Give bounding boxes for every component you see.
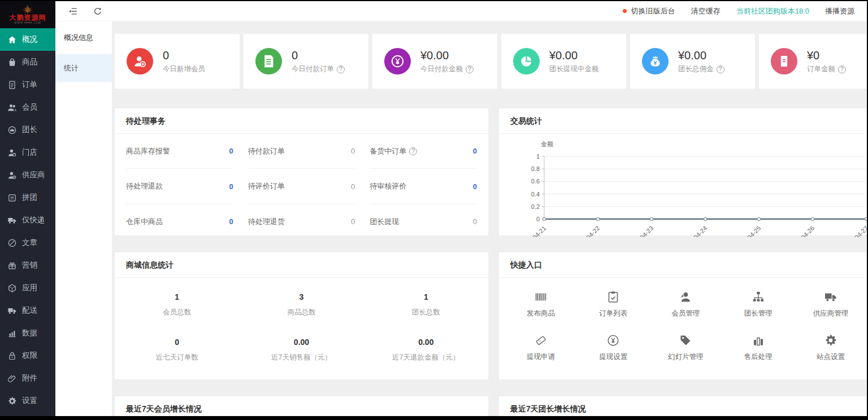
truck-icon — [824, 290, 837, 304]
mall-stats-row: 0近七天订单数0.00近7天销售额（元）0.00近7天退款金额（元） — [115, 323, 488, 368]
help-icon[interactable]: ? — [466, 65, 474, 73]
mall-stat-label: 近7天销售额（元） — [239, 353, 363, 362]
sidebar-item-data[interactable]: 数据 — [0, 322, 55, 344]
quick-entry-panel: 快捷入口 发布商品订单列表会员管理团长管理供应商管理提现申请提现设置幻灯片管理售… — [499, 252, 867, 379]
mall-stat-label: 会员总数 — [115, 308, 239, 317]
mall-stat-value: 0.00 — [239, 338, 363, 347]
stat-card-label: 团长总佣金? — [678, 64, 724, 74]
user-icon — [679, 290, 692, 304]
sidebar-item-marketing[interactable]: 营销 — [0, 254, 55, 277]
sidebar-item-label: 文章 — [22, 238, 37, 248]
sidebar-item-delivery[interactable]: 配送 — [0, 299, 55, 322]
help-icon[interactable]: ? — [409, 147, 417, 155]
svg-text:04-22: 04-22 — [585, 225, 601, 237]
sidebar-item-orders[interactable]: 订单 — [0, 73, 55, 96]
stat-card-leader-total-commission: ¥0.00团长总佣金? — [630, 34, 755, 89]
quick-entry-aftersale[interactable]: 售后处理 — [722, 334, 795, 362]
sidebar-item-label: 权限 — [22, 351, 37, 361]
help-icon[interactable]: ? — [717, 65, 724, 73]
yenCircle-icon — [606, 334, 620, 347]
refresh-icon[interactable] — [93, 6, 103, 16]
quick-entry-label: 提现申请 — [527, 352, 555, 362]
sidebar-item-label: 团长 — [22, 125, 37, 135]
quick-entry-publish-goods[interactable]: 发布商品 — [505, 290, 577, 318]
quick-entry-member-mgmt[interactable]: 会员管理 — [649, 290, 722, 318]
pending-item-value[interactable]: 0 — [229, 182, 233, 191]
pending-item-label: 商品库存报警 — [126, 146, 170, 156]
quick-entry-leader-mgmt[interactable]: 团长管理 — [722, 290, 795, 318]
quick-entry-label: 站点设置 — [817, 352, 845, 362]
sidebar-item-attachments[interactable]: 附件 — [0, 367, 55, 390]
svg-text:04-27: 04-27 — [853, 225, 867, 237]
sidebar-item-members[interactable]: 会员 — [0, 96, 55, 119]
sitemap-icon — [752, 290, 765, 304]
stat-card-today-paid-amount: ¥0.00今日付款金额? — [372, 34, 497, 89]
sidebar-item-statistics[interactable]: 统计 — [55, 55, 112, 82]
topbar-link-switch-old-admin[interactable]: 切换旧版后台 — [623, 6, 675, 16]
panel-title: 最近7天团长增长情况 — [499, 396, 867, 416]
sidebar-item-permissions[interactable]: 权限 — [0, 344, 55, 367]
pending-item-value[interactable]: 0 — [229, 217, 233, 226]
topbar: 切换旧版后台清空缓存当前社区团购版本18.0播播资源 — [55, 1, 867, 21]
store-icon — [7, 148, 17, 158]
pending-item-label: 备货中订单? — [370, 146, 417, 156]
help-icon[interactable]: ? — [337, 65, 345, 73]
sidebar-item-label: 概况 — [22, 34, 37, 45]
sidebar-item-express-only[interactable]: 仅快递 — [0, 209, 55, 231]
tag-icon — [679, 334, 692, 347]
quick-entry-label: 幻灯片管理 — [668, 352, 704, 362]
main-content: 0今日新增会员0今日付款订单?¥0.00今日付款金额?¥0.00团长提现中金额¥… — [112, 21, 867, 416]
quick-entry-slideshow-mgmt[interactable]: 幻灯片管理 — [649, 334, 722, 362]
bars-icon — [752, 334, 765, 347]
sidebar-item-leaders[interactable]: 团长 — [0, 119, 55, 141]
logo-title: 大鹏资源网 — [10, 14, 46, 21]
clipboard-icon — [606, 290, 620, 304]
mall-stat: 3商品总数 — [239, 292, 363, 317]
pending-item: 团长提现0 — [370, 204, 477, 239]
pending-item-value: 0 — [351, 182, 355, 191]
stat-card-label: 团长提现中金额 — [549, 64, 599, 74]
quick-entry-withdraw-settings[interactable]: 提现设置 — [577, 334, 649, 362]
stat-cards-row: 0今日新增会员0今日付款订单?¥0.00今日付款金额?¥0.00团长提现中金额¥… — [115, 34, 867, 89]
topbar-tools — [68, 6, 103, 16]
sidebar-item-articles[interactable]: 文章 — [0, 231, 55, 254]
sidebar-item-label: 附件 — [22, 373, 37, 383]
pending-item-value[interactable]: 0 — [473, 182, 477, 191]
pending-item-label: 待评价订单 — [248, 181, 285, 191]
sidebar-item-groupbuy[interactable]: 拼拼团 — [0, 186, 55, 209]
topbar-link-clear-cache[interactable]: 清空缓存 — [691, 6, 721, 16]
memberAdd-icon — [132, 54, 147, 69]
pending-item-value[interactable]: 0 — [229, 147, 233, 155]
panel-member-growth-7d: 最近7天会员增长情况 — [115, 396, 488, 416]
pending-item-value[interactable]: 0 — [473, 147, 477, 155]
quick-entry-withdraw-apply[interactable]: 提现申请 — [505, 334, 577, 362]
sidebar-item-stores[interactable]: 门店 — [0, 141, 55, 164]
row-pending-chart: 待处理事务 商品库存报警0待付款订单0备货中订单?0待处理退款0待评价订单0待审… — [115, 108, 867, 235]
collapse-sidebar-icon[interactable] — [68, 6, 78, 16]
quick-entry-site-settings[interactable]: 站点设置 — [795, 334, 867, 362]
pending-item-label: 待处理退款 — [126, 181, 163, 191]
compass-icon — [7, 238, 17, 248]
svg-text:0.4: 0.4 — [531, 191, 540, 198]
sidebar-item-suppliers[interactable]: 供应商 — [0, 164, 55, 186]
sidebar-item-overview[interactable]: 概况 — [0, 28, 55, 51]
quick-entry-order-list[interactable]: 订单列表 — [577, 290, 649, 318]
sidebar-item-apps[interactable]: 应用 — [0, 277, 55, 299]
stat-card-label: 订单金额? — [807, 64, 846, 74]
topbar-link-bobo-resources[interactable]: 播播资源 — [825, 6, 854, 16]
topbar-link-current-version[interactable]: 当前社区团购版本18.0 — [736, 6, 809, 16]
sidebar-item-settings[interactable]: 设置 — [0, 390, 55, 412]
desktop-screenshot: 大鹏资源网 WWW.####.COM 概况商品订单会员团长门店供应商拼拼团仅快递… — [0, 0, 868, 420]
sidebar-item-goods[interactable]: 商品 — [0, 51, 55, 73]
truck-icon — [7, 306, 17, 316]
pending-item: 待处理退款0 — [126, 169, 233, 204]
quick-entry-supplier-mgmt[interactable]: 供应商管理 — [795, 290, 867, 318]
mall-stats-grid: 1会员总数3商品总数1团长总数0近七天订单数0.00近7天销售额（元）0.00近… — [115, 278, 488, 368]
help-icon[interactable]: ? — [838, 65, 846, 73]
sidebar-item-label: 商品 — [22, 57, 37, 67]
sidebar-item-label: 营销 — [22, 260, 37, 270]
sidebar-item-label: 数据 — [22, 328, 37, 338]
quick-entry-grid: 发布商品订单列表会员管理团长管理供应商管理提现申请提现设置幻灯片管理售后处理站点… — [499, 278, 867, 362]
svg-text:04-23: 04-23 — [639, 225, 654, 237]
pending-item-label: 仓库中商品 — [126, 217, 163, 227]
